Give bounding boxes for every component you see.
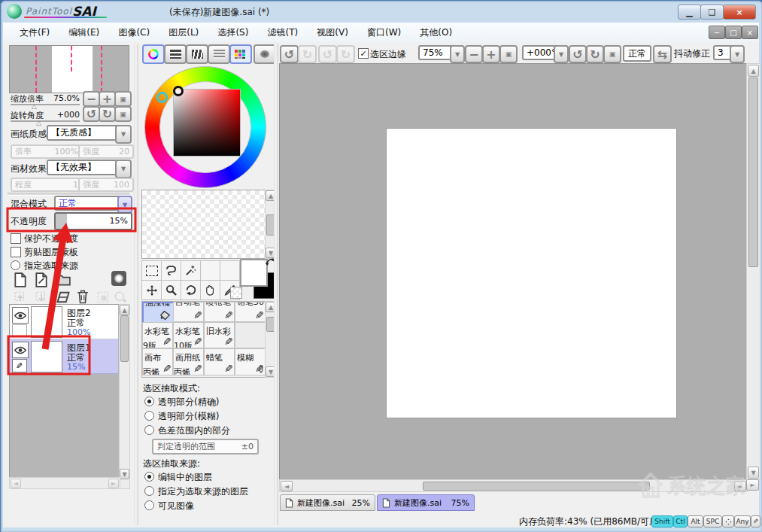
title-bar[interactable]: PaintTool SAI (未保存)新建图像.sai (*) ▁ ❑ × xyxy=(0,0,762,23)
color-mixer-tab[interactable] xyxy=(208,44,230,64)
layer-vscroll-thumb[interactable] xyxy=(120,315,129,362)
navigator-thumbnail[interactable] xyxy=(9,45,129,93)
canvas-page[interactable] xyxy=(386,128,677,418)
menu-window[interactable]: 窗口(W) xyxy=(360,23,408,43)
layer-hscroll-left-arrow[interactable]: ◄ xyxy=(11,479,21,488)
window-restore-button[interactable]: ❑ xyxy=(700,5,724,20)
source-designated-layer-radio[interactable] xyxy=(144,486,154,496)
canvas-angle-dropdown-button[interactable]: ▼ xyxy=(554,45,569,63)
canvas-vscroll-down-arrow[interactable]: ▼ xyxy=(748,467,759,479)
select-layer-pixels-button[interactable] xyxy=(96,290,110,304)
hue-marker[interactable] xyxy=(156,92,168,103)
brush-slot-empty[interactable] xyxy=(235,322,266,348)
nav-rotate-reset-button[interactable]: ▣ xyxy=(114,106,132,122)
mode-transparent-fuzzy-radio[interactable] xyxy=(144,411,154,421)
panel-divider-right[interactable] xyxy=(274,44,278,525)
selection-undo-button[interactable]: ↺ xyxy=(318,45,337,63)
scrollbar-corner-button[interactable]: ► xyxy=(746,479,759,491)
layer2-extra-box[interactable] xyxy=(12,324,27,337)
brush-watercolor9[interactable]: 水彩笔 9版 ✎ xyxy=(142,322,173,348)
selection-redo-button[interactable]: ↻ xyxy=(336,45,355,63)
pan-key-button[interactable] xyxy=(722,515,734,527)
foreground-color-swatch[interactable] xyxy=(240,259,268,287)
blend-mode-dropdown[interactable]: 正常 xyxy=(54,196,123,211)
menu-view[interactable]: 视图(V) xyxy=(309,23,356,43)
layer-hscroll-right-arrow[interactable]: ► xyxy=(108,479,119,488)
pen-mode-button[interactable]: ✎ xyxy=(751,515,760,527)
protect-opacity-checkbox[interactable] xyxy=(11,233,21,244)
selection-source-radio[interactable] xyxy=(11,260,20,270)
sv-marker[interactable] xyxy=(173,86,184,96)
menu-edit[interactable]: 编辑(E) xyxy=(61,23,107,43)
new-layer-button[interactable] xyxy=(14,272,27,287)
zoom-tool[interactable] xyxy=(161,280,181,300)
nav-rotate-slider-handle[interactable]: △ xyxy=(36,119,41,126)
nav-zoom-reset-button[interactable]: ▣ xyxy=(114,91,132,107)
window-minimize-button[interactable]: ▁ xyxy=(678,5,701,20)
selection-edge-checkbox[interactable]: ✓ xyxy=(358,48,369,59)
mdi-close-button[interactable]: × xyxy=(742,26,758,39)
delete-layer-button[interactable] xyxy=(77,290,89,304)
clear-layer-button[interactable] xyxy=(56,290,71,304)
brush-canvas-acrylic[interactable]: 画布 丙烯 ✎ xyxy=(142,348,173,375)
lasso-tool[interactable] xyxy=(161,260,181,281)
scratchpad-tab[interactable] xyxy=(253,44,276,64)
brush-blur[interactable]: 模糊 ✎ xyxy=(235,348,266,375)
window-close-button[interactable]: × xyxy=(723,5,756,20)
marquee-tool[interactable] xyxy=(141,260,162,281)
paper-effect-dropdown[interactable]: 【无效果】 xyxy=(47,160,120,175)
canvas-hscroll-right-arrow[interactable]: ► xyxy=(734,481,746,491)
mdi-minimize-button[interactable]: − xyxy=(709,26,725,39)
spc-key-button[interactable]: SPC xyxy=(703,515,722,527)
canvas-zoom-in-button[interactable]: + xyxy=(482,45,500,63)
hsv-slider-tab[interactable] xyxy=(186,44,208,64)
canvas-vscroll-up-arrow[interactable]: ▲ xyxy=(748,65,759,77)
swatches-tab[interactable] xyxy=(229,44,252,64)
any-key-button[interactable]: Any xyxy=(734,515,751,527)
clipping-mask-checkbox[interactable] xyxy=(11,247,21,257)
canvas-vscroll-thumb[interactable] xyxy=(748,78,758,267)
paper-texture-dropdown-button[interactable]: ▼ xyxy=(115,125,132,144)
transparency-range-field[interactable]: 判定透明的范围 ±0 xyxy=(152,439,259,454)
rotate-canvas-tool[interactable] xyxy=(181,280,201,300)
canvas-hscroll-thumb[interactable] xyxy=(423,482,650,491)
mode-color-range-radio[interactable] xyxy=(144,425,154,435)
color-wheel-tab[interactable] xyxy=(142,44,165,64)
undo-button[interactable]: ↺ xyxy=(280,45,299,63)
document-tab-2-active[interactable]: 新建图像.sai 75% xyxy=(377,494,475,511)
canvas-rotate-ccw-button[interactable]: ↺ xyxy=(569,45,587,63)
transparent-color-swatch[interactable] xyxy=(230,287,242,299)
layer-row-1-selected[interactable]: ✎ 图层1 正常 15% xyxy=(10,339,118,374)
source-visible-image-radio[interactable] xyxy=(144,500,154,510)
layer-list-vscrollbar[interactable]: ▲ ▼ xyxy=(119,304,130,489)
nav-zoom-in-button[interactable]: + xyxy=(99,91,116,107)
layer1-visibility-toggle[interactable] xyxy=(12,342,29,358)
add-mask-button[interactable] xyxy=(114,290,127,304)
panel-divider-left[interactable] xyxy=(134,44,138,525)
layer2-visibility-toggle[interactable] xyxy=(12,307,29,324)
brush-watercolor10[interactable]: 水彩笔 10版 ✎ xyxy=(173,322,204,348)
layer-vscroll-up-arrow[interactable]: ▲ xyxy=(120,305,129,315)
source-editing-layer-radio[interactable] xyxy=(144,472,154,482)
menu-others[interactable]: 其他(O) xyxy=(412,23,460,43)
layer-row-2[interactable]: 图层2 正常 100% xyxy=(10,305,118,339)
brush-bucket-selected[interactable]: 油漆桶 xyxy=(142,302,175,324)
menu-file[interactable]: 文件(F) xyxy=(12,23,57,43)
layer2-thumbnail[interactable] xyxy=(31,306,62,338)
mode-transparent-precise-radio[interactable] xyxy=(144,397,154,406)
brush-paper-acrylic[interactable]: 画用纸 丙烯 ✎ xyxy=(173,348,204,375)
brush-old-watercolor[interactable]: 旧水彩 ✎ xyxy=(204,322,235,348)
menu-layer[interactable]: 图层(L) xyxy=(161,23,206,43)
nav-rotate-ccw-button[interactable]: ↺ xyxy=(83,106,100,122)
document-tab-1[interactable]: 新建图像.sai 25% xyxy=(280,494,375,511)
stabilizer-dropdown-button[interactable]: ▼ xyxy=(730,45,745,63)
rgb-slider-tab[interactable] xyxy=(164,44,187,64)
canvas-viewport[interactable] xyxy=(279,63,747,480)
flip-canvas-button[interactable]: ⇆ xyxy=(653,45,672,63)
tool-slot-empty-2[interactable] xyxy=(220,260,240,281)
nav-zoom-out-button[interactable]: − xyxy=(83,91,100,107)
alt-key-button[interactable]: Alt xyxy=(688,515,703,527)
transfer-down-button[interactable] xyxy=(14,290,27,304)
merge-down-button[interactable] xyxy=(35,290,48,304)
hand-tool[interactable] xyxy=(200,280,220,300)
